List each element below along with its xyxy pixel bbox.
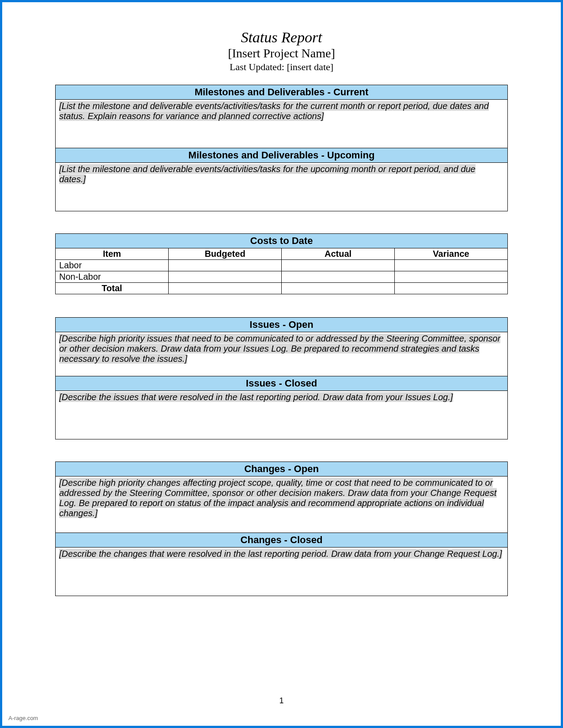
milestones-upcoming-body: [List the milestone and deliverable even… [56,163,508,211]
issues-open-header: Issues - Open [56,318,508,332]
costs-item-cell: Non-Labor [56,271,169,283]
milestones-current-body: [List the milestone and deliverable even… [56,100,508,148]
changes-open-header: Changes - Open [56,462,508,477]
costs-total-actual [282,283,395,294]
table-row: Non-Labor [56,271,508,283]
watermark-text: A-rage.com [8,715,38,721]
project-name-placeholder: [Insert Project Name] [55,46,508,61]
milestones-table: Milestones and Deliverables - Current [L… [55,85,508,211]
costs-table: Costs to Date Item Budgeted Actual Varia… [55,233,508,294]
costs-col-variance: Variance [395,248,508,260]
issues-closed-body: [Describe the issues that were resolved … [56,391,508,439]
report-title: Status Report [55,29,508,46]
changes-closed-body: [Describe the changes that were resolved… [56,548,508,596]
document-header: Status Report [Insert Project Name] Last… [55,29,508,73]
costs-total-label: Total [56,283,169,294]
costs-total-budgeted [169,283,282,294]
last-updated-label: Last Updated: [insert date] [55,61,508,74]
costs-title: Costs to Date [56,234,508,248]
changes-table: Changes - Open [Describe high priority c… [55,462,508,596]
changes-open-body: [Describe high priority changes affectin… [56,477,508,533]
costs-item-cell: Labor [56,260,169,271]
costs-actual-cell [282,271,395,283]
changes-closed-header: Changes - Closed [56,533,508,548]
costs-header-row: Item Budgeted Actual Variance [56,248,508,260]
costs-col-actual: Actual [282,248,395,260]
table-row: Labor [56,260,508,271]
costs-budgeted-cell [169,260,282,271]
document-page: Status Report [Insert Project Name] Last… [0,0,563,728]
issues-closed-header: Issues - Closed [56,376,508,391]
costs-variance-cell [395,260,508,271]
costs-variance-cell [395,271,508,283]
document-content: Status Report [Insert Project Name] Last… [2,2,561,596]
costs-col-budgeted: Budgeted [169,248,282,260]
page-number: 1 [2,696,561,705]
costs-budgeted-cell [169,271,282,283]
costs-total-row: Total [56,283,508,294]
issues-table: Issues - Open [Describe high priority is… [55,317,508,439]
costs-col-item: Item [56,248,169,260]
milestones-current-header: Milestones and Deliverables - Current [56,85,508,100]
costs-total-variance [395,283,508,294]
costs-actual-cell [282,260,395,271]
issues-open-body: [Describe high priority issues that need… [56,332,508,376]
milestones-upcoming-header: Milestones and Deliverables - Upcoming [56,148,508,163]
